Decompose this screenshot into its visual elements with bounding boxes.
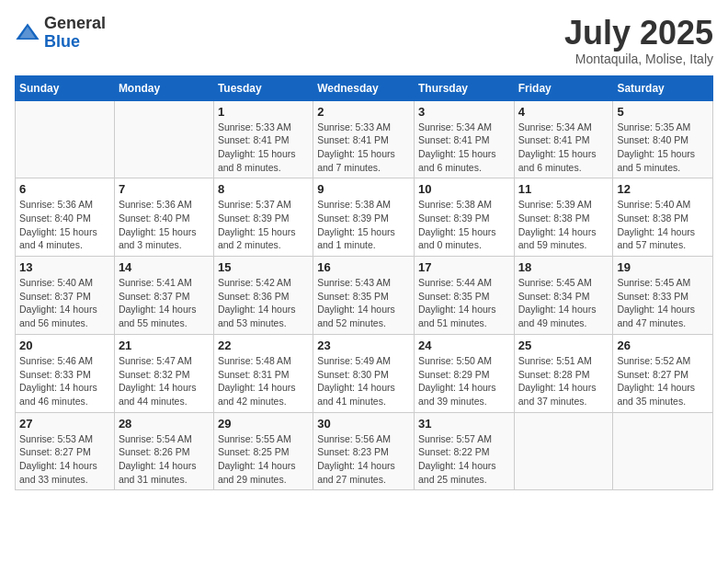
day-number: 28 — [119, 417, 210, 431]
calendar-cell: 31Sunrise: 5:57 AM Sunset: 8:22 PM Dayli… — [414, 412, 514, 490]
day-info: Sunrise: 5:34 AM Sunset: 8:41 PM Dayligh… — [418, 121, 510, 175]
day-number: 8 — [218, 182, 309, 196]
day-info: Sunrise: 5:37 AM Sunset: 8:39 PM Dayligh… — [218, 198, 309, 252]
calendar-cell: 15Sunrise: 5:42 AM Sunset: 8:36 PM Dayli… — [213, 257, 313, 335]
calendar-cell: 12Sunrise: 5:40 AM Sunset: 8:38 PM Dayli… — [613, 178, 713, 257]
day-info: Sunrise: 5:36 AM Sunset: 8:40 PM Dayligh… — [19, 198, 110, 252]
location-text: Montaquila, Molise, Italy — [564, 52, 713, 66]
day-info: Sunrise: 5:48 AM Sunset: 8:31 PM Dayligh… — [218, 354, 309, 408]
day-info: Sunrise: 5:38 AM Sunset: 8:39 PM Dayligh… — [418, 198, 510, 252]
calendar-cell — [514, 412, 613, 490]
header-wednesday: Wednesday — [313, 75, 415, 100]
calendar-header: Sunday Monday Tuesday Wednesday Thursday… — [16, 75, 713, 100]
logo-icon — [15, 20, 40, 46]
calendar-cell: 18Sunrise: 5:45 AM Sunset: 8:34 PM Dayli… — [514, 257, 613, 335]
day-number: 12 — [617, 182, 709, 196]
day-number: 3 — [418, 105, 510, 119]
day-info: Sunrise: 5:33 AM Sunset: 8:41 PM Dayligh… — [317, 121, 410, 175]
header-tuesday: Tuesday — [213, 75, 313, 100]
header-thursday: Thursday — [414, 75, 514, 100]
day-number: 15 — [218, 260, 309, 274]
day-info: Sunrise: 5:56 AM Sunset: 8:23 PM Dayligh… — [317, 432, 410, 487]
day-number: 29 — [218, 417, 309, 431]
calendar-cell: 29Sunrise: 5:55 AM Sunset: 8:25 PM Dayli… — [213, 412, 313, 490]
day-info: Sunrise: 5:33 AM Sunset: 8:41 PM Dayligh… — [218, 121, 309, 175]
header-monday: Monday — [114, 75, 213, 100]
day-info: Sunrise: 5:51 AM Sunset: 8:28 PM Dayligh… — [518, 354, 609, 408]
day-info: Sunrise: 5:36 AM Sunset: 8:40 PM Dayligh… — [119, 198, 210, 252]
calendar-cell: 13Sunrise: 5:40 AM Sunset: 8:37 PM Dayli… — [16, 257, 115, 335]
day-number: 5 — [617, 105, 709, 119]
logo-text: General Blue — [44, 15, 106, 52]
title-block: July 2025 Montaquila, Molise, Italy — [564, 15, 713, 66]
day-info: Sunrise: 5:55 AM Sunset: 8:25 PM Dayligh… — [218, 432, 309, 487]
day-info: Sunrise: 5:40 AM Sunset: 8:38 PM Dayligh… — [617, 198, 709, 252]
day-info: Sunrise: 5:46 AM Sunset: 8:33 PM Dayligh… — [19, 354, 110, 408]
day-info: Sunrise: 5:42 AM Sunset: 8:36 PM Dayligh… — [218, 276, 309, 330]
day-info: Sunrise: 5:54 AM Sunset: 8:26 PM Dayligh… — [119, 432, 210, 487]
day-number: 2 — [317, 105, 410, 119]
day-number: 9 — [317, 182, 410, 196]
calendar-cell: 17Sunrise: 5:44 AM Sunset: 8:35 PM Dayli… — [414, 257, 514, 335]
day-info: Sunrise: 5:53 AM Sunset: 8:27 PM Dayligh… — [19, 432, 110, 487]
calendar-week-1: 1Sunrise: 5:33 AM Sunset: 8:41 PM Daylig… — [16, 100, 713, 178]
day-info: Sunrise: 5:38 AM Sunset: 8:39 PM Dayligh… — [317, 198, 410, 252]
calendar-cell: 23Sunrise: 5:49 AM Sunset: 8:30 PM Dayli… — [313, 334, 415, 412]
day-info: Sunrise: 5:35 AM Sunset: 8:40 PM Dayligh… — [617, 121, 709, 175]
day-number: 24 — [418, 339, 510, 352]
day-number: 18 — [518, 260, 609, 274]
day-number: 26 — [617, 339, 709, 352]
calendar-body: 1Sunrise: 5:33 AM Sunset: 8:41 PM Daylig… — [16, 100, 713, 490]
day-number: 31 — [418, 417, 510, 431]
day-info: Sunrise: 5:45 AM Sunset: 8:33 PM Dayligh… — [617, 276, 709, 330]
day-info: Sunrise: 5:57 AM Sunset: 8:22 PM Dayligh… — [418, 432, 510, 487]
calendar-cell: 22Sunrise: 5:48 AM Sunset: 8:31 PM Dayli… — [213, 334, 313, 412]
day-info: Sunrise: 5:52 AM Sunset: 8:27 PM Dayligh… — [617, 354, 709, 408]
calendar-cell: 28Sunrise: 5:54 AM Sunset: 8:26 PM Dayli… — [114, 412, 213, 490]
calendar-week-5: 27Sunrise: 5:53 AM Sunset: 8:27 PM Dayli… — [16, 412, 713, 490]
header-sunday: Sunday — [16, 75, 115, 100]
day-number: 23 — [317, 339, 410, 352]
calendar-cell: 16Sunrise: 5:43 AM Sunset: 8:35 PM Dayli… — [313, 257, 415, 335]
calendar-cell: 7Sunrise: 5:36 AM Sunset: 8:40 PM Daylig… — [114, 178, 213, 257]
calendar-table: Sunday Monday Tuesday Wednesday Thursday… — [15, 75, 713, 491]
calendar-cell: 11Sunrise: 5:39 AM Sunset: 8:38 PM Dayli… — [514, 178, 613, 257]
day-number: 10 — [418, 182, 510, 196]
day-info: Sunrise: 5:34 AM Sunset: 8:41 PM Dayligh… — [518, 121, 609, 175]
calendar-cell: 14Sunrise: 5:41 AM Sunset: 8:37 PM Dayli… — [114, 257, 213, 335]
day-number: 7 — [119, 182, 210, 196]
calendar-cell: 3Sunrise: 5:34 AM Sunset: 8:41 PM Daylig… — [414, 100, 514, 178]
day-number: 16 — [317, 260, 410, 274]
day-info: Sunrise: 5:44 AM Sunset: 8:35 PM Dayligh… — [418, 276, 510, 330]
calendar-cell: 2Sunrise: 5:33 AM Sunset: 8:41 PM Daylig… — [313, 100, 415, 178]
calendar-cell: 25Sunrise: 5:51 AM Sunset: 8:28 PM Dayli… — [514, 334, 613, 412]
day-number: 11 — [518, 182, 609, 196]
day-info: Sunrise: 5:49 AM Sunset: 8:30 PM Dayligh… — [317, 354, 410, 408]
day-number: 30 — [317, 417, 410, 431]
day-number: 6 — [19, 182, 110, 196]
calendar-cell — [613, 412, 713, 490]
calendar-cell: 21Sunrise: 5:47 AM Sunset: 8:32 PM Dayli… — [114, 334, 213, 412]
calendar-cell: 9Sunrise: 5:38 AM Sunset: 8:39 PM Daylig… — [313, 178, 415, 257]
header-saturday: Saturday — [613, 75, 713, 100]
logo-blue-text: Blue — [44, 33, 106, 52]
logo: General Blue — [15, 15, 106, 52]
day-info: Sunrise: 5:45 AM Sunset: 8:34 PM Dayligh… — [518, 276, 609, 330]
day-number: 19 — [617, 260, 709, 274]
day-number: 21 — [119, 339, 210, 352]
calendar-cell: 4Sunrise: 5:34 AM Sunset: 8:41 PM Daylig… — [514, 100, 613, 178]
logo-general-text: General — [44, 15, 106, 33]
day-number: 1 — [218, 105, 309, 119]
calendar-cell — [16, 100, 115, 178]
calendar-cell: 24Sunrise: 5:50 AM Sunset: 8:29 PM Dayli… — [414, 334, 514, 412]
calendar-cell: 30Sunrise: 5:56 AM Sunset: 8:23 PM Dayli… — [313, 412, 415, 490]
page-header: General Blue July 2025 Montaquila, Molis… — [15, 15, 713, 66]
calendar-cell: 27Sunrise: 5:53 AM Sunset: 8:27 PM Dayli… — [16, 412, 115, 490]
calendar-cell: 1Sunrise: 5:33 AM Sunset: 8:41 PM Daylig… — [213, 100, 313, 178]
day-number: 27 — [19, 417, 110, 431]
calendar-cell: 19Sunrise: 5:45 AM Sunset: 8:33 PM Dayli… — [613, 257, 713, 335]
weekday-row: Sunday Monday Tuesday Wednesday Thursday… — [16, 75, 713, 100]
day-info: Sunrise: 5:50 AM Sunset: 8:29 PM Dayligh… — [418, 354, 510, 408]
day-number: 14 — [119, 260, 210, 274]
day-info: Sunrise: 5:39 AM Sunset: 8:38 PM Dayligh… — [518, 198, 609, 252]
